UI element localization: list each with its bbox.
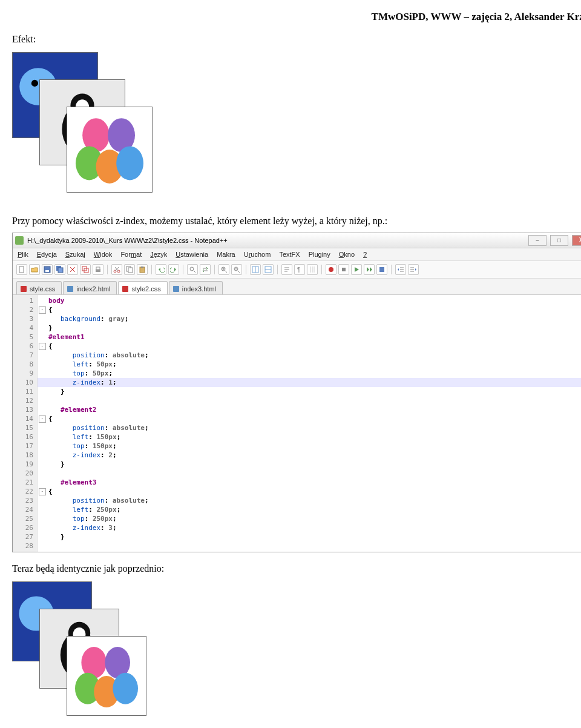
intro-text: Przy pomocy właściwości z-index, możemy … <box>12 216 581 227</box>
code-line[interactable]: background: gray; <box>39 314 581 323</box>
code-line[interactable]: top: 50px; <box>39 369 581 378</box>
outdent-icon[interactable] <box>395 264 406 275</box>
code-line[interactable]: top: 150px; <box>39 442 581 451</box>
tab-label: index2.html <box>76 285 110 293</box>
zindex-example-2 <box>12 581 194 727</box>
code-line[interactable]: position: absolute; <box>39 351 581 360</box>
code-line[interactable]: #element2 <box>39 405 581 414</box>
app-icon <box>15 236 24 245</box>
record-macro-icon[interactable] <box>326 264 336 275</box>
close-file-icon[interactable] <box>67 264 78 275</box>
page-header: TMwOSiPD, WWW – zajęcia 2, Aleksander Kr… <box>12 11 581 23</box>
menu-item[interactable]: Pluginy <box>309 251 330 258</box>
cut-icon[interactable] <box>111 264 122 275</box>
svg-point-39 <box>329 267 333 272</box>
code-line[interactable]: -{ <box>39 487 581 496</box>
code-line[interactable]: #element3 <box>39 478 581 487</box>
file-icon <box>21 286 27 292</box>
wordwrap-icon[interactable] <box>281 264 292 275</box>
code-line[interactable]: left: 50px; <box>39 360 581 369</box>
menu-item[interactable]: Edycja <box>37 251 57 258</box>
find-icon[interactable] <box>187 264 198 275</box>
code-line[interactable]: -{ <box>39 305 581 314</box>
save-all-icon[interactable] <box>54 264 65 275</box>
window-title: H:\_dydaktyka 2009-2010\_Kurs WWW\z2\2\s… <box>27 237 228 244</box>
save-icon[interactable] <box>42 264 53 275</box>
indent-guide-icon[interactable] <box>307 264 318 275</box>
playback-multi-icon[interactable] <box>364 264 375 275</box>
svg-rect-19 <box>45 270 49 272</box>
menu-item[interactable]: Format <box>120 251 142 258</box>
code-line[interactable]: z-index: 2; <box>39 451 581 460</box>
play-macro-icon[interactable] <box>351 264 362 275</box>
menu-item[interactable]: Makra <box>217 251 235 258</box>
fold-icon[interactable]: - <box>39 488 46 495</box>
tile-balloons <box>67 107 153 193</box>
menu-item[interactable]: Uruchom <box>244 251 271 258</box>
code-line[interactable]: z-index: 3; <box>39 523 581 532</box>
menu-item[interactable]: Plik <box>18 251 28 258</box>
show-all-chars-icon[interactable]: ¶ <box>294 264 305 275</box>
code-line[interactable]: left: 150px; <box>39 432 581 442</box>
code-line[interactable]: top: 250px; <box>39 514 581 523</box>
tab-label: style2.css <box>131 285 160 293</box>
copy-icon[interactable] <box>124 264 135 275</box>
code-line[interactable] <box>39 541 581 551</box>
undo-icon[interactable] <box>156 264 166 275</box>
menu-item[interactable]: Język <box>150 251 167 258</box>
menu-item[interactable]: Okno <box>339 251 355 258</box>
print-icon[interactable] <box>93 264 103 275</box>
code-line[interactable]: } <box>39 323 581 333</box>
sync-v-icon[interactable] <box>250 264 261 275</box>
save-macro-icon[interactable] <box>376 264 387 275</box>
redo-icon[interactable] <box>168 264 179 275</box>
code-line[interactable]: body <box>39 296 581 305</box>
code-line[interactable]: } <box>39 387 581 396</box>
minimize-button[interactable]: – <box>528 235 547 246</box>
titlebar: H:\_dydaktyka 2009-2010\_Kurs WWW\z2\2\s… <box>13 233 581 248</box>
line-numbers: 1234567891011121314151617181920212223242… <box>13 295 38 552</box>
menu-item[interactable]: Ustawienia <box>176 251 208 258</box>
fold-icon[interactable]: - <box>39 306 46 314</box>
new-file-icon[interactable] <box>16 264 27 275</box>
code-line[interactable]: left: 250px; <box>39 505 581 514</box>
paste-icon[interactable] <box>137 264 148 275</box>
tab-index3-html[interactable]: index3.html <box>169 281 223 294</box>
code-line[interactable]: position: absolute; <box>39 423 581 432</box>
code-line[interactable]: -{ <box>39 342 581 351</box>
replace-icon[interactable] <box>200 264 211 275</box>
open-file-icon[interactable] <box>29 264 40 275</box>
code-line[interactable]: -{ <box>39 414 581 423</box>
menu-item[interactable]: ? <box>363 251 367 258</box>
svg-rect-26 <box>96 267 100 270</box>
close-all-icon[interactable] <box>80 264 91 275</box>
outro-text: Teraz będą identycznie jak poprzednio: <box>12 563 581 574</box>
stop-macro-icon[interactable] <box>338 264 349 275</box>
code-line[interactable]: #element1 <box>39 333 581 342</box>
svg-rect-31 <box>140 267 145 273</box>
svg-rect-32 <box>141 266 143 268</box>
indent-icon[interactable] <box>408 264 419 275</box>
menu-item[interactable]: Szukaj <box>65 251 85 258</box>
zoom-out-icon[interactable] <box>231 264 242 275</box>
code-line[interactable] <box>39 469 581 478</box>
fold-icon[interactable]: - <box>39 415 46 423</box>
tab-style2-css[interactable]: style2.css <box>118 281 167 294</box>
zoom-in-icon[interactable] <box>218 264 229 275</box>
code-line[interactable]: position: absolute; <box>39 496 581 505</box>
tab-index2-html[interactable]: index2.html <box>63 281 117 294</box>
file-icon <box>122 286 128 292</box>
code-line[interactable]: } <box>39 532 581 541</box>
code-area[interactable]: body-{ background: gray;}#element1-{ pos… <box>38 295 581 552</box>
maximize-button[interactable]: □ <box>550 235 568 246</box>
close-button[interactable]: X <box>572 235 581 246</box>
toolbar: ¶ <box>13 261 581 279</box>
editor: 1234567891011121314151617181920212223242… <box>13 295 581 552</box>
menu-item[interactable]: TextFX <box>279 251 300 258</box>
code-line[interactable]: } <box>39 460 581 469</box>
menu-item[interactable]: Widok <box>94 251 113 258</box>
tab-style-css[interactable]: style.css <box>16 281 62 294</box>
code-line[interactable] <box>39 396 581 405</box>
sync-h-icon[interactable] <box>263 264 274 275</box>
fold-icon[interactable]: - <box>39 343 46 350</box>
